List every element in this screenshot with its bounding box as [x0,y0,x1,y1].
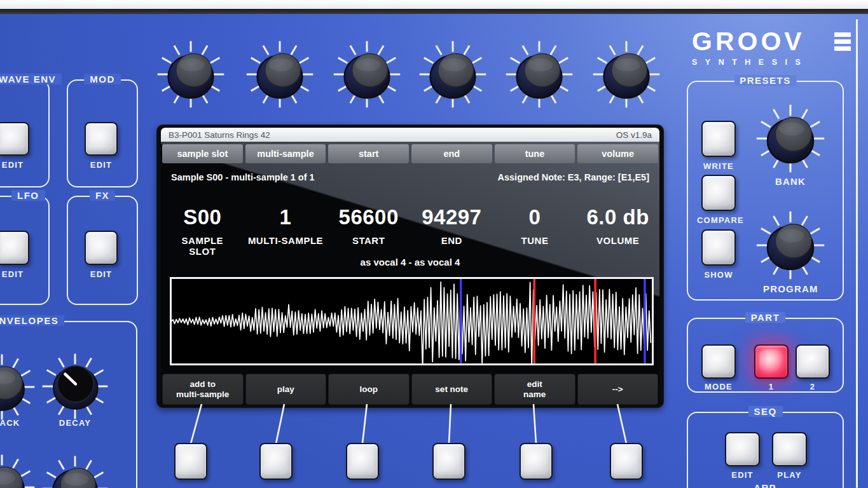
bank-knob-label: BANK [770,176,811,187]
part-1-button[interactable] [754,344,789,379]
lcd-face: sample slot multi-sample start end tune … [161,142,659,405]
program-title: B3-P001 Saturns Rings 42 [169,130,270,140]
label-tune: TUNE [493,236,577,257]
lfo-section-label: LFO [11,190,45,201]
softkey-play[interactable]: play [245,374,327,405]
fx-edit-button[interactable] [85,231,118,265]
partial-knob-left[interactable] [0,452,37,488]
arp-section-label: ARP [748,482,782,488]
tab-tune[interactable]: tune [495,144,575,163]
parameter-values: S00 1 56600 94297 0 6.0 db [161,205,659,229]
attack-knob-label: ATTACK [0,418,22,428]
sample-name-subtitle: as vocal 4 - as vocal 4 [161,257,659,268]
waveform-graphic [172,279,652,363]
sample-status: Sample S00 - multi-sample 1 of 1 [171,172,315,182]
value-volume: 6.0 db [576,205,659,229]
knob-2[interactable] [244,39,315,110]
decay-knob-label: DECAY [55,418,95,428]
soft-button-1[interactable] [174,443,207,480]
value-start: 56600 [327,205,410,229]
lcd-title-bar: B3-P001 Saturns Rings 42 OS v1.9a [161,128,659,142]
show-button[interactable] [701,229,736,266]
write-button[interactable] [701,121,736,157]
panel-divider-line [856,19,858,488]
softkey-next-page[interactable]: --> [577,374,659,405]
program-knob-label: PROGRAM [763,283,818,294]
status-row: Sample S00 - multi-sample 1 of 1 Assigne… [161,172,659,182]
lfo-edit-label: EDIT [0,269,29,279]
tab-sample-slot[interactable]: sample slot [162,144,243,163]
write-button-label: WRITE [701,161,736,171]
softkey-set-note[interactable]: set note [411,374,493,405]
tab-end[interactable]: end [411,144,492,163]
softkey-connector-lines [146,403,674,445]
label-multi-sample: MULTI-SAMPLE [244,236,327,257]
brand-logo: GROOV SYNTHESIS [692,27,851,67]
fx-edit-label: EDIT [85,269,118,279]
program-knob[interactable] [754,209,827,281]
soft-button-4[interactable] [432,443,465,480]
part-mode-button[interactable] [701,344,736,379]
compare-button-label: COMPARE [697,215,740,225]
knob-6[interactable] [591,39,662,110]
partial-knob-right[interactable] [40,454,110,488]
lfo-edit-button[interactable] [0,231,29,265]
seq-section-label: SEQ [748,406,782,417]
value-sample-slot: S00 [161,205,244,229]
tab-multi-sample[interactable]: multi-sample [245,144,326,163]
seq-play-label: PLAY [772,470,807,480]
presets-section-label: PRESETS [734,75,797,86]
assigned-note-status: Assigned Note: E3, Range: [E1,E5] [498,172,650,182]
soft-button-2[interactable] [259,443,293,480]
softkey-loop[interactable]: loop [328,374,410,405]
softkey-add-to-multi-sample[interactable]: add to multi-sample [162,374,244,405]
fx-section-label: FX [90,190,115,201]
background-wall [0,0,868,9]
envelopes-section-label: ENVELOPES [0,315,64,326]
soft-button-3[interactable] [346,443,379,480]
value-end: 94297 [410,205,493,229]
os-version: OS v1.9a [616,130,652,140]
decay-knob[interactable] [40,351,110,421]
lcd-display: B3-P001 Saturns Rings 42 OS v1.9a sample… [161,128,659,405]
part-mode-label: MODE [701,382,736,391]
part-1-label: 1 [754,382,789,391]
brand-word: GROOV [692,27,805,57]
tab-volume[interactable]: volume [577,144,658,163]
part-2-button[interactable] [796,344,830,379]
parameter-labels: SAMPLE SLOT MULTI-SAMPLE START END TUNE … [161,236,659,257]
soft-button-6[interactable] [610,443,643,480]
attack-knob[interactable] [0,352,37,422]
label-start: START [327,236,410,257]
wave-env-edit-button[interactable] [0,122,29,156]
knob-1[interactable] [155,39,226,110]
seq-edit-button[interactable] [725,432,760,466]
bank-knob[interactable] [754,102,827,175]
mod-edit-label: EDIT [85,160,118,170]
value-tune: 0 [493,205,577,229]
knob-5[interactable] [504,39,575,110]
brand-subtitle: SYNTHESIS [692,58,851,67]
value-multi-sample: 1 [244,205,327,229]
compare-button[interactable] [701,175,736,211]
logo-e-bars-icon [834,32,851,51]
softkey-row: add to multi-sample play loop set note e… [162,374,658,405]
mod-edit-button[interactable] [85,122,118,156]
label-end: END [410,236,493,257]
label-volume: VOLUME [576,236,659,257]
seq-section: SEQ [687,412,844,488]
knob-4[interactable] [417,39,488,110]
part-2-label: 2 [796,382,830,391]
part-section-label: PART [745,312,786,323]
show-button-label: SHOW [701,270,736,280]
waveform-display [170,277,654,365]
mod-section-label: MOD [84,74,121,85]
softkey-edit-name[interactable]: edit name [494,374,575,405]
knob-3[interactable] [331,39,403,110]
soft-button-5[interactable] [520,443,553,480]
seq-play-button[interactable] [772,432,807,466]
label-sample-slot: SAMPLE SLOT [161,236,244,257]
wave-env-section-label: WAVE ENV [0,74,62,85]
seq-edit-label: EDIT [725,470,760,480]
tab-start[interactable]: start [328,144,409,163]
